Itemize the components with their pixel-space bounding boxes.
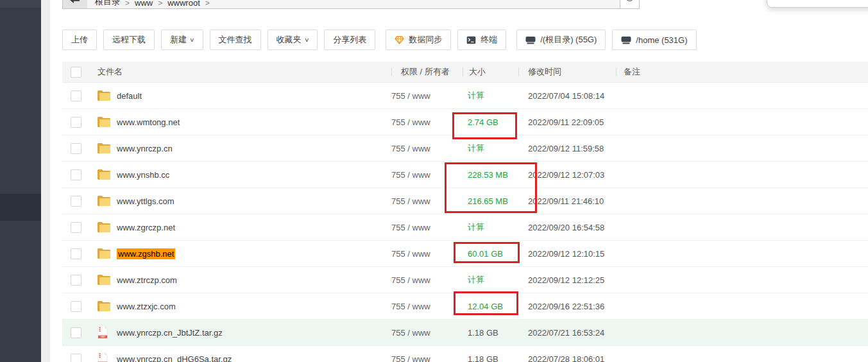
file-name-link[interactable]: www.ynrczp.cn: [117, 144, 173, 153]
header-size: 大小: [463, 62, 518, 82]
file-mtime: 2022/07/28 18:06:01: [518, 354, 616, 362]
data-sync-button[interactable]: 数据同步: [386, 30, 451, 50]
file-permission: 755 / www: [391, 91, 463, 101]
folder-icon: [98, 222, 110, 232]
share-list-button[interactable]: 分享列表: [324, 30, 375, 50]
table-row: www.ztzxjc.com 755 / www 12.04 GB 2022/0…: [62, 293, 868, 320]
file-permission: 755 / www: [391, 117, 463, 127]
folder-icon: [98, 90, 110, 101]
folder-icon: [98, 169, 110, 180]
size-compute-link[interactable]: 228.53 MB: [468, 170, 508, 180]
size-compute-link[interactable]: 计算: [468, 275, 484, 284]
row-checkbox[interactable]: [71, 354, 81, 362]
size-compute-link[interactable]: 计算: [468, 90, 484, 100]
table-row: www.ynshb.cc 755 / www 228.53 MB 2022/09…: [62, 162, 868, 188]
breadcrumb-item-root[interactable]: 根目录: [95, 0, 120, 8]
row-checkbox[interactable]: [71, 143, 81, 154]
folder-icon: [98, 117, 110, 127]
folder-icon: [98, 301, 110, 311]
file-permission: 755 / www: [391, 196, 463, 206]
row-checkbox[interactable]: [71, 248, 81, 259]
size-compute-link[interactable]: 2.74 GB: [468, 117, 498, 127]
row-checkbox[interactable]: [71, 222, 81, 233]
row-checkbox[interactable]: [71, 327, 81, 338]
tar-archive-icon: TAR: [98, 352, 110, 362]
file-name-link[interactable]: www.ztzxjc.com: [117, 302, 176, 311]
folder-icon: [98, 196, 110, 206]
table-row: www.ztrczp.com 755 / www 计算 2022/09/12 1…: [62, 267, 868, 293]
header-note: 备注: [616, 62, 868, 82]
file-mtime: 2022/09/20 16:54:58: [518, 223, 616, 232]
disk-icon: [621, 36, 631, 44]
file-name-link[interactable]: www.yttlgs.com: [117, 196, 174, 206]
terminal-button[interactable]: 终端: [457, 30, 506, 50]
sidebar-gutter: [41, 0, 50, 362]
disk-icon: [525, 36, 536, 44]
breadcrumb-item-wwwroot[interactable]: wwwroot: [167, 0, 200, 8]
file-mtime: 2022/07/21 16:53:24: [518, 328, 616, 338]
folder-icon: [98, 143, 110, 153]
table-header: 文件名 权限 / 所有者 大小 修改时间 备注: [62, 62, 868, 83]
file-mtime: 2022/07/04 15:08:14: [518, 91, 616, 101]
file-permission: 755 / www: [391, 302, 463, 311]
row-checkbox[interactable]: [71, 169, 81, 180]
row-checkbox[interactable]: [71, 90, 81, 101]
refresh-button[interactable]: [620, 0, 640, 9]
disk-root-button[interactable]: /(根目录) (55G): [516, 30, 606, 50]
file-name-link[interactable]: www.wmtong.net: [117, 117, 180, 127]
table-row: www.zgrczp.net 755 / www 计算 2022/09/20 1…: [62, 214, 868, 241]
file-mtime: 2022/09/12 12:12:25: [518, 275, 616, 285]
table-row: TAR www.ynrczp.cn_JbtJtZ.tar.gz 755 / ww…: [62, 320, 868, 346]
file-name-link[interactable]: www.ztrczp.com: [117, 275, 177, 285]
file-mtime: 2022/09/12 11:59:58: [518, 144, 616, 153]
remote-download-button[interactable]: 远程下载: [103, 30, 155, 50]
table-row: www.yttlgs.com 755 / www 216.65 MB 2022/…: [62, 188, 868, 214]
file-size: 1.18 GB: [468, 354, 498, 362]
upload-button[interactable]: 上传: [62, 30, 97, 50]
header-permission-owner: 权限 / 所有者: [391, 62, 463, 82]
row-checkbox[interactable]: [71, 196, 81, 207]
table-row: TAR www.ynrczp.cn_dHG6Sa.tar.gz 755 / ww…: [62, 346, 868, 362]
file-mtime: 2022/09/12 12:10:15: [518, 249, 616, 259]
size-compute-link[interactable]: 计算: [468, 143, 484, 153]
tar-archive-icon: TAR: [98, 326, 110, 339]
row-checkbox[interactable]: [71, 275, 81, 286]
file-name-link[interactable]: www.ynshb.cc: [117, 170, 169, 180]
chevron-down-icon: ∨: [304, 37, 310, 43]
favorites-dropdown-button[interactable]: 收藏夹∨: [268, 30, 318, 50]
file-search-button[interactable]: 文件查找: [210, 30, 261, 50]
breadcrumb: 根目录 > www > wwwroot >: [87, 0, 620, 9]
file-permission: 755 / www: [391, 328, 463, 338]
refresh-icon: [625, 0, 634, 1]
disk-home-button[interactable]: /home (531G): [612, 30, 696, 50]
back-arrow-icon: [70, 0, 80, 6]
file-name-link[interactable]: www.ynrczp.cn_dHG6Sa.tar.gz: [117, 354, 232, 362]
breadcrumb-item-www[interactable]: www: [135, 0, 153, 8]
file-name-link[interactable]: default: [117, 91, 142, 101]
size-compute-link[interactable]: 12.04 GB: [468, 302, 503, 311]
file-mtime: 2022/09/11 21:46:10: [518, 196, 616, 206]
file-name-link-selected[interactable]: www.zgshb.net: [117, 248, 175, 259]
file-name-link[interactable]: www.ynrczp.cn_JbtJtZ.tar.gz: [117, 328, 223, 338]
size-compute-link[interactable]: 60.01 GB: [468, 249, 503, 259]
header-filename: 文件名: [91, 62, 391, 82]
select-all-checkbox[interactable]: [71, 67, 81, 78]
file-mtime: 2022/09/16 22:51:36: [518, 302, 616, 311]
terminal-icon: [466, 36, 476, 44]
file-size: 1.18 GB: [468, 328, 498, 338]
size-compute-link[interactable]: 216.65 MB: [468, 196, 508, 206]
file-permission: 755 / www: [391, 170, 463, 180]
new-dropdown-button[interactable]: 新建∨: [161, 30, 203, 50]
gem-icon: [395, 36, 404, 44]
file-name-link[interactable]: www.zgrczp.net: [117, 223, 175, 232]
breadcrumb-separator: >: [125, 0, 130, 8]
row-checkbox[interactable]: [71, 117, 81, 128]
sidebar-active-item[interactable]: [0, 194, 41, 221]
file-permission: 755 / www: [391, 249, 463, 259]
row-checkbox[interactable]: [71, 301, 81, 312]
table-row: www.wmtong.net 755 / www 2.74 GB 2022/09…: [62, 109, 868, 135]
back-button[interactable]: [62, 0, 88, 9]
file-mtime: 2022/09/12 12:07:03: [518, 170, 616, 180]
size-compute-link[interactable]: 计算: [468, 222, 484, 232]
file-permission: 755 / www: [391, 354, 463, 362]
